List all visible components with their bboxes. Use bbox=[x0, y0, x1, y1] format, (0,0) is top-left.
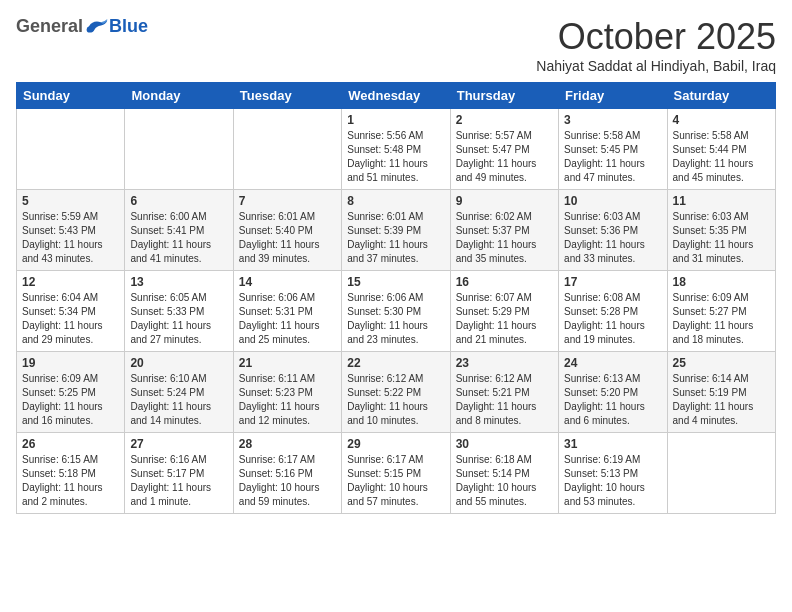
calendar-cell: 20Sunrise: 6:10 AMSunset: 5:24 PMDayligh… bbox=[125, 352, 233, 433]
day-number: 17 bbox=[564, 275, 661, 289]
calendar-cell: 27Sunrise: 6:16 AMSunset: 5:17 PMDayligh… bbox=[125, 433, 233, 514]
day-number: 3 bbox=[564, 113, 661, 127]
calendar-cell: 14Sunrise: 6:06 AMSunset: 5:31 PMDayligh… bbox=[233, 271, 341, 352]
calendar-cell: 10Sunrise: 6:03 AMSunset: 5:36 PMDayligh… bbox=[559, 190, 667, 271]
day-number: 11 bbox=[673, 194, 770, 208]
day-info: Sunrise: 6:00 AMSunset: 5:41 PMDaylight:… bbox=[130, 210, 227, 266]
calendar-week-row: 19Sunrise: 6:09 AMSunset: 5:25 PMDayligh… bbox=[17, 352, 776, 433]
day-number: 15 bbox=[347, 275, 444, 289]
day-number: 2 bbox=[456, 113, 553, 127]
day-info: Sunrise: 6:01 AMSunset: 5:39 PMDaylight:… bbox=[347, 210, 444, 266]
calendar-cell: 3Sunrise: 5:58 AMSunset: 5:45 PMDaylight… bbox=[559, 109, 667, 190]
calendar-cell: 6Sunrise: 6:00 AMSunset: 5:41 PMDaylight… bbox=[125, 190, 233, 271]
weekday-header-sunday: Sunday bbox=[17, 83, 125, 109]
day-info: Sunrise: 6:09 AMSunset: 5:25 PMDaylight:… bbox=[22, 372, 119, 428]
day-info: Sunrise: 6:08 AMSunset: 5:28 PMDaylight:… bbox=[564, 291, 661, 347]
day-info: Sunrise: 5:59 AMSunset: 5:43 PMDaylight:… bbox=[22, 210, 119, 266]
calendar-cell bbox=[17, 109, 125, 190]
calendar-cell: 12Sunrise: 6:04 AMSunset: 5:34 PMDayligh… bbox=[17, 271, 125, 352]
calendar-cell: 31Sunrise: 6:19 AMSunset: 5:13 PMDayligh… bbox=[559, 433, 667, 514]
day-info: Sunrise: 6:06 AMSunset: 5:30 PMDaylight:… bbox=[347, 291, 444, 347]
day-info: Sunrise: 6:09 AMSunset: 5:27 PMDaylight:… bbox=[673, 291, 770, 347]
calendar-cell: 25Sunrise: 6:14 AMSunset: 5:19 PMDayligh… bbox=[667, 352, 775, 433]
day-number: 16 bbox=[456, 275, 553, 289]
calendar-cell: 26Sunrise: 6:15 AMSunset: 5:18 PMDayligh… bbox=[17, 433, 125, 514]
calendar-cell: 8Sunrise: 6:01 AMSunset: 5:39 PMDaylight… bbox=[342, 190, 450, 271]
day-number: 5 bbox=[22, 194, 119, 208]
day-number: 29 bbox=[347, 437, 444, 451]
day-number: 21 bbox=[239, 356, 336, 370]
page-header: General Blue October 2025 Nahiyat Saddat… bbox=[16, 16, 776, 74]
day-info: Sunrise: 6:14 AMSunset: 5:19 PMDaylight:… bbox=[673, 372, 770, 428]
day-info: Sunrise: 6:10 AMSunset: 5:24 PMDaylight:… bbox=[130, 372, 227, 428]
day-number: 1 bbox=[347, 113, 444, 127]
day-info: Sunrise: 6:15 AMSunset: 5:18 PMDaylight:… bbox=[22, 453, 119, 509]
day-number: 31 bbox=[564, 437, 661, 451]
day-info: Sunrise: 6:11 AMSunset: 5:23 PMDaylight:… bbox=[239, 372, 336, 428]
logo-bird-icon bbox=[85, 17, 109, 37]
day-info: Sunrise: 6:03 AMSunset: 5:35 PMDaylight:… bbox=[673, 210, 770, 266]
day-info: Sunrise: 6:13 AMSunset: 5:20 PMDaylight:… bbox=[564, 372, 661, 428]
day-info: Sunrise: 5:56 AMSunset: 5:48 PMDaylight:… bbox=[347, 129, 444, 185]
calendar-cell: 1Sunrise: 5:56 AMSunset: 5:48 PMDaylight… bbox=[342, 109, 450, 190]
logo-blue-text: Blue bbox=[109, 16, 148, 37]
calendar-cell: 22Sunrise: 6:12 AMSunset: 5:22 PMDayligh… bbox=[342, 352, 450, 433]
calendar-cell bbox=[667, 433, 775, 514]
calendar-cell: 5Sunrise: 5:59 AMSunset: 5:43 PMDaylight… bbox=[17, 190, 125, 271]
calendar-cell bbox=[125, 109, 233, 190]
day-info: Sunrise: 6:07 AMSunset: 5:29 PMDaylight:… bbox=[456, 291, 553, 347]
calendar-cell: 19Sunrise: 6:09 AMSunset: 5:25 PMDayligh… bbox=[17, 352, 125, 433]
weekday-header-tuesday: Tuesday bbox=[233, 83, 341, 109]
day-number: 25 bbox=[673, 356, 770, 370]
logo-general-text: General bbox=[16, 16, 83, 37]
day-number: 8 bbox=[347, 194, 444, 208]
day-info: Sunrise: 6:05 AMSunset: 5:33 PMDaylight:… bbox=[130, 291, 227, 347]
weekday-header-wednesday: Wednesday bbox=[342, 83, 450, 109]
day-info: Sunrise: 6:19 AMSunset: 5:13 PMDaylight:… bbox=[564, 453, 661, 509]
day-number: 14 bbox=[239, 275, 336, 289]
day-number: 7 bbox=[239, 194, 336, 208]
day-info: Sunrise: 6:01 AMSunset: 5:40 PMDaylight:… bbox=[239, 210, 336, 266]
logo: General Blue bbox=[16, 16, 148, 37]
day-info: Sunrise: 6:17 AMSunset: 5:15 PMDaylight:… bbox=[347, 453, 444, 509]
day-number: 10 bbox=[564, 194, 661, 208]
day-info: Sunrise: 5:57 AMSunset: 5:47 PMDaylight:… bbox=[456, 129, 553, 185]
day-number: 22 bbox=[347, 356, 444, 370]
day-info: Sunrise: 6:18 AMSunset: 5:14 PMDaylight:… bbox=[456, 453, 553, 509]
calendar-cell: 9Sunrise: 6:02 AMSunset: 5:37 PMDaylight… bbox=[450, 190, 558, 271]
calendar-cell: 21Sunrise: 6:11 AMSunset: 5:23 PMDayligh… bbox=[233, 352, 341, 433]
day-number: 9 bbox=[456, 194, 553, 208]
title-block: October 2025 Nahiyat Saddat al Hindiyah,… bbox=[536, 16, 776, 74]
location-subtitle: Nahiyat Saddat al Hindiyah, Babil, Iraq bbox=[536, 58, 776, 74]
calendar-cell: 17Sunrise: 6:08 AMSunset: 5:28 PMDayligh… bbox=[559, 271, 667, 352]
day-number: 19 bbox=[22, 356, 119, 370]
calendar-cell: 13Sunrise: 6:05 AMSunset: 5:33 PMDayligh… bbox=[125, 271, 233, 352]
calendar-cell: 30Sunrise: 6:18 AMSunset: 5:14 PMDayligh… bbox=[450, 433, 558, 514]
day-info: Sunrise: 6:12 AMSunset: 5:21 PMDaylight:… bbox=[456, 372, 553, 428]
day-number: 23 bbox=[456, 356, 553, 370]
day-number: 30 bbox=[456, 437, 553, 451]
day-info: Sunrise: 6:04 AMSunset: 5:34 PMDaylight:… bbox=[22, 291, 119, 347]
calendar-cell: 29Sunrise: 6:17 AMSunset: 5:15 PMDayligh… bbox=[342, 433, 450, 514]
day-info: Sunrise: 6:16 AMSunset: 5:17 PMDaylight:… bbox=[130, 453, 227, 509]
day-number: 13 bbox=[130, 275, 227, 289]
calendar-cell: 11Sunrise: 6:03 AMSunset: 5:35 PMDayligh… bbox=[667, 190, 775, 271]
day-number: 4 bbox=[673, 113, 770, 127]
weekday-header-row: SundayMondayTuesdayWednesdayThursdayFrid… bbox=[17, 83, 776, 109]
day-number: 26 bbox=[22, 437, 119, 451]
day-info: Sunrise: 6:17 AMSunset: 5:16 PMDaylight:… bbox=[239, 453, 336, 509]
day-info: Sunrise: 6:02 AMSunset: 5:37 PMDaylight:… bbox=[456, 210, 553, 266]
calendar-week-row: 5Sunrise: 5:59 AMSunset: 5:43 PMDaylight… bbox=[17, 190, 776, 271]
day-info: Sunrise: 5:58 AMSunset: 5:45 PMDaylight:… bbox=[564, 129, 661, 185]
day-info: Sunrise: 6:03 AMSunset: 5:36 PMDaylight:… bbox=[564, 210, 661, 266]
calendar-table: SundayMondayTuesdayWednesdayThursdayFrid… bbox=[16, 82, 776, 514]
calendar-cell: 24Sunrise: 6:13 AMSunset: 5:20 PMDayligh… bbox=[559, 352, 667, 433]
day-number: 6 bbox=[130, 194, 227, 208]
weekday-header-monday: Monday bbox=[125, 83, 233, 109]
day-number: 12 bbox=[22, 275, 119, 289]
day-number: 24 bbox=[564, 356, 661, 370]
calendar-cell: 15Sunrise: 6:06 AMSunset: 5:30 PMDayligh… bbox=[342, 271, 450, 352]
calendar-cell: 4Sunrise: 5:58 AMSunset: 5:44 PMDaylight… bbox=[667, 109, 775, 190]
day-number: 28 bbox=[239, 437, 336, 451]
day-info: Sunrise: 6:12 AMSunset: 5:22 PMDaylight:… bbox=[347, 372, 444, 428]
